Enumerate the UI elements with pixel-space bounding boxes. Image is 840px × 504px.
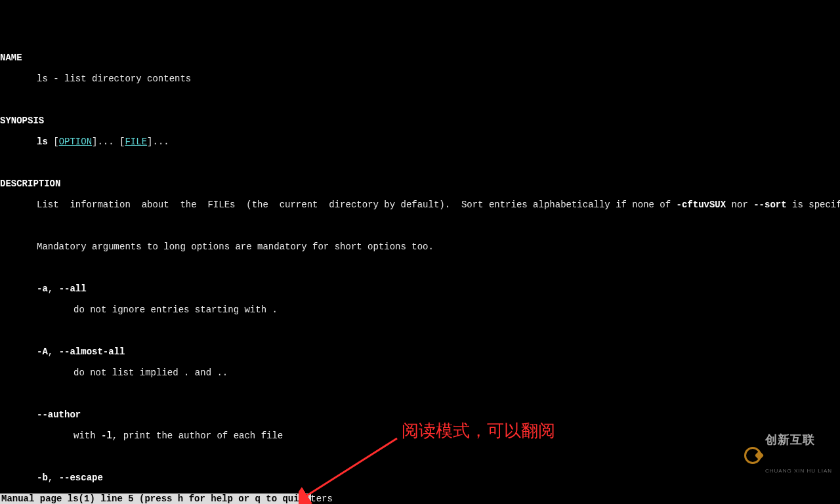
section-description-header: DESCRIPTION — [0, 178, 60, 189]
opt-author: --author — [37, 410, 81, 420]
annotation-text: 阅读模式，可以翻阅 — [402, 425, 555, 436]
pager-status-bar[interactable]: Manual page ls(1) line 5 (press h for he… — [0, 494, 311, 504]
watermark-logo-icon — [744, 447, 761, 464]
cursor-block — [301, 494, 306, 504]
opt-A: -A — [37, 346, 48, 357]
section-name-header: NAME — [0, 52, 22, 63]
name-line: ls - list directory contents — [37, 74, 191, 84]
opt-a: -a — [37, 284, 48, 294]
watermark: 创新互联 CHUANG XIN HU LIAN — [744, 413, 832, 497]
section-synopsis-header: SYNOPSIS — [0, 116, 44, 126]
opt-b: -b — [37, 472, 48, 483]
